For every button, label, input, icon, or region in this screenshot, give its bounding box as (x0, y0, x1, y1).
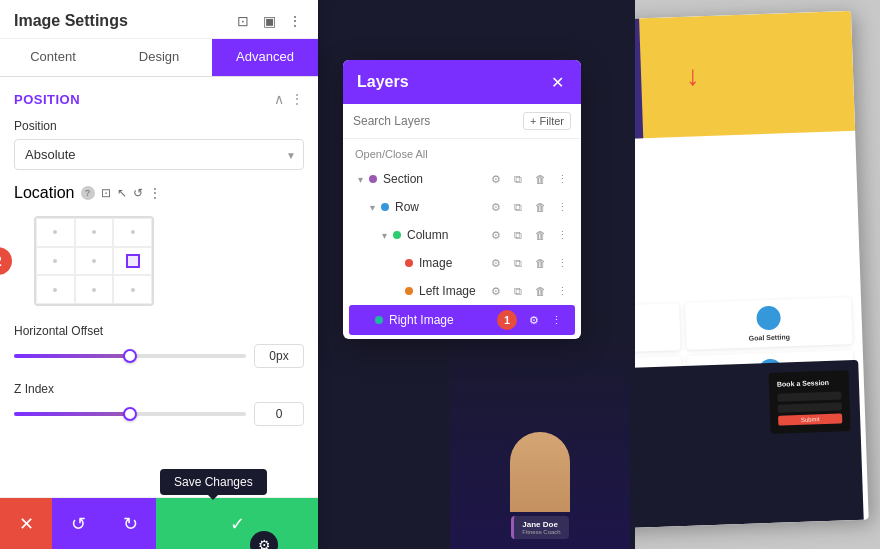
layers-header: Layers ✕ (343, 60, 581, 104)
grid-cell-tl[interactable] (36, 218, 75, 247)
help-icon[interactable]: ? (81, 186, 95, 200)
z-index-input[interactable] (254, 402, 304, 426)
layer-image[interactable]: ▸ Image ⚙ ⧉ 🗑 ⋮ (379, 249, 581, 277)
layer-settings-icon[interactable]: ⚙ (487, 170, 505, 188)
layers-title: Layers (357, 73, 409, 91)
layers-body: Open/Close All ▾ Section ⚙ ⧉ 🗑 ⋮ ▾ Row ⚙… (343, 139, 581, 339)
layer-drag-icon[interactable]: ⋮ (553, 198, 571, 216)
fullscreen-icon[interactable]: ⊡ (234, 12, 252, 30)
location-label: Location (14, 184, 75, 202)
grid-cell-br[interactable] (113, 275, 152, 304)
grid-cell-mr[interactable] (113, 247, 152, 276)
layers-search-bar: + Filter (343, 104, 581, 139)
layer-settings-icon[interactable]: ⚙ (487, 254, 505, 272)
layer-dot (369, 175, 377, 183)
layer-delete-icon[interactable]: 🗑 (531, 282, 549, 300)
save-changes-tooltip: Save Changes (160, 469, 267, 495)
layer-right-image[interactable]: ▸ Right Image 1 ⚙ ⋮ (349, 305, 575, 335)
layer-copy-icon[interactable]: ⧉ (509, 198, 527, 216)
layer-drag-icon[interactable]: ⋮ (553, 170, 571, 188)
layer-copy-icon[interactable]: ⧉ (509, 226, 527, 244)
horizontal-offset-slider[interactable] (14, 354, 246, 358)
layout-icon[interactable]: ▣ (260, 12, 278, 30)
location-icon-1[interactable]: ⊡ (101, 186, 111, 200)
layer-name: Column (407, 228, 487, 242)
layers-close-button[interactable]: ✕ (547, 72, 567, 92)
tab-advanced[interactable]: Advanced (212, 39, 318, 76)
person-preview: Jane Doe Fitness Coach (450, 329, 630, 549)
save-button[interactable]: ✓ (156, 498, 318, 550)
position-grid[interactable] (34, 216, 154, 306)
grid-cell-ml[interactable] (36, 247, 75, 276)
badge-1: 1 (497, 310, 517, 330)
layer-settings-icon[interactable]: ⚙ (487, 282, 505, 300)
layer-settings-icon[interactable]: ⚙ (487, 198, 505, 216)
section-header: Position ∧ ⋮ (14, 91, 304, 107)
location-icon-4[interactable]: ⋮ (149, 186, 161, 200)
layer-drag-icon[interactable]: ⋮ (553, 254, 571, 272)
section-more-icon[interactable]: ⋮ (290, 91, 304, 107)
layer-drag-icon[interactable]: ⋮ (547, 311, 565, 329)
tab-design[interactable]: Design (106, 39, 212, 76)
badge-2: 2 (0, 247, 12, 275)
horizontal-offset-label: Horizontal Offset (14, 324, 304, 338)
layer-copy-icon[interactable]: ⧉ (509, 170, 527, 188)
more-options-icon[interactable]: ⋮ (286, 12, 304, 30)
location-icon-3[interactable]: ↺ (133, 186, 143, 200)
layer-dot (375, 316, 383, 324)
chevron-down-icon: ▾ (365, 200, 379, 214)
layer-delete-icon[interactable]: 🗑 (531, 226, 549, 244)
position-select[interactable]: Absolute Relative Fixed Static (14, 139, 304, 170)
section-title: Position (14, 92, 80, 107)
tab-content[interactable]: Content (0, 39, 106, 76)
bottom-bar: ✕ ↺ ↻ ✓ Save Changes ⚙ (0, 497, 318, 549)
layer-actions: ⚙ ⧉ 🗑 ⋮ (487, 170, 571, 188)
reset-button[interactable]: ↺ (52, 498, 104, 550)
service-card: Goal Setting (685, 297, 853, 350)
horizontal-offset-input[interactable] (254, 344, 304, 368)
layers-search-input[interactable] (353, 114, 517, 128)
chevron-down-icon: ▾ (353, 172, 367, 186)
grid-cell-bc[interactable] (75, 275, 114, 304)
grid-cell-tr[interactable] (113, 218, 152, 247)
layer-dot (393, 231, 401, 239)
location-label-row: Location ? ⊡ ↖ ↺ ⋮ (14, 184, 304, 202)
layer-delete-icon[interactable]: 🗑 (531, 170, 549, 188)
layer-column[interactable]: ▾ Column ⚙ ⧉ 🗑 ⋮ (367, 221, 581, 249)
redo-button[interactable]: ↻ (104, 498, 156, 550)
layer-left-image[interactable]: ▸ Left Image ⚙ ⧉ 🗑 ⋮ (379, 277, 581, 305)
chevron-down-icon: ▾ (377, 228, 391, 242)
grid-cell-bl[interactable] (36, 275, 75, 304)
layer-section[interactable]: ▾ Section ⚙ ⧉ 🗑 ⋮ (343, 165, 581, 193)
layer-name: Section (383, 172, 487, 186)
cancel-button[interactable]: ✕ (0, 498, 52, 550)
layer-settings-icon[interactable]: ⚙ (487, 226, 505, 244)
layer-actions: ⚙ ⧉ 🗑 ⋮ (487, 226, 571, 244)
layers-panel: Layers ✕ + Filter Open/Close All ▾ Secti… (343, 60, 581, 339)
layer-copy-icon[interactable]: ⧉ (509, 254, 527, 272)
z-index-slider[interactable] (14, 412, 246, 416)
grid-cell-mc[interactable] (75, 247, 114, 276)
location-icon-2[interactable]: ↖ (117, 186, 127, 200)
header-icons: ⊡ ▣ ⋮ (234, 12, 304, 30)
layer-settings-icon[interactable]: ⚙ (525, 311, 543, 329)
grid-cell-tc[interactable] (75, 218, 114, 247)
layer-drag-icon[interactable]: ⋮ (553, 226, 571, 244)
z-index-label: Z Index (14, 382, 304, 396)
layer-copy-icon[interactable]: ⧉ (509, 282, 527, 300)
layer-dot (405, 287, 413, 295)
open-close-all[interactable]: Open/Close All (343, 143, 581, 165)
section-controls: ∧ ⋮ (274, 91, 304, 107)
layer-delete-icon[interactable]: 🗑 (531, 198, 549, 216)
collapse-icon[interactable]: ∧ (274, 91, 284, 107)
layer-delete-icon[interactable]: 🗑 (531, 254, 549, 272)
layer-row[interactable]: ▾ Row ⚙ ⧉ 🗑 ⋮ (355, 193, 581, 221)
layer-name-active: Right Image (389, 313, 497, 327)
position-label: Position (14, 119, 304, 133)
layer-name: Left Image (419, 284, 487, 298)
position-grid-container: 2 (14, 208, 154, 314)
layers-filter-button[interactable]: + Filter (523, 112, 571, 130)
layer-drag-icon[interactable]: ⋮ (553, 282, 571, 300)
red-arrow-indicator: ↓ (686, 60, 700, 92)
layer-name: Row (395, 200, 487, 214)
